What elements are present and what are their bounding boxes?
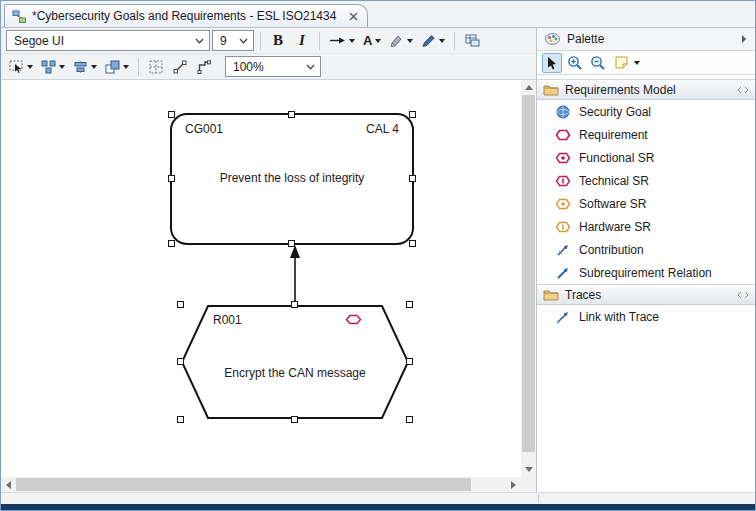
palette-item-functional-sr[interactable]: Functional SR (537, 146, 755, 169)
order-button[interactable] (102, 56, 132, 78)
scroll-down-icon[interactable] (521, 462, 536, 477)
selection-handle[interactable] (177, 416, 184, 423)
selection-handle[interactable] (406, 301, 413, 308)
grid-button[interactable] (145, 56, 167, 78)
selection-handle[interactable] (168, 175, 175, 182)
marquee-select-icon (9, 60, 24, 74)
subrequirement-relation-icon (554, 265, 571, 281)
selection-handle[interactable] (406, 416, 413, 423)
dropdown-icon (375, 39, 381, 43)
horizontal-scrollbar-thumb[interactable] (16, 478, 471, 491)
selection-handle[interactable] (168, 111, 175, 118)
arrow-style-button[interactable] (326, 30, 358, 52)
dropdown-icon (407, 39, 413, 43)
requirement-shape[interactable]: R001 Encrypt the CAN message (181, 305, 409, 419)
palette-item-software-sr[interactable]: Software SR (537, 192, 755, 215)
toolbar-separator (260, 32, 261, 50)
selection-handle[interactable] (288, 111, 295, 118)
selection-handle[interactable] (168, 240, 175, 247)
drawer-toggle-icon[interactable] (737, 291, 749, 299)
collapse-palette-icon[interactable] (741, 34, 747, 44)
oblique-router-button[interactable] (169, 56, 191, 78)
contribution-icon (554, 242, 571, 258)
selection-handle[interactable] (409, 175, 416, 182)
security-goal-shape[interactable]: CG001 CAL 4 Prevent the loss of integrit… (170, 113, 414, 245)
editor-tab[interactable]: *Cybersecurity Goals and Requirements - … (4, 4, 368, 27)
zoom-select[interactable]: 100% (225, 56, 321, 77)
vertical-scrollbar[interactable] (521, 80, 536, 477)
font-family-value: Segoe UI (14, 34, 64, 48)
diagram-canvas[interactable]: CG001 CAL 4 Prevent the loss of integrit… (1, 80, 536, 492)
note-tool[interactable] (611, 53, 631, 73)
selection-handle[interactable] (291, 301, 298, 308)
dropdown-icon[interactable] (634, 61, 640, 65)
drawer-toggle-icon[interactable] (737, 86, 749, 94)
status-bar (1, 492, 755, 504)
zoom-out-tool[interactable] (588, 53, 608, 73)
palette-item-contribution[interactable]: Contribution (537, 238, 755, 261)
font-size-value: 9 (220, 34, 227, 48)
selection-handle[interactable] (288, 240, 295, 247)
selection-handle[interactable] (409, 240, 416, 247)
selection-handle[interactable] (409, 111, 416, 118)
italic-label: I (299, 32, 305, 49)
functional-sr-icon (554, 150, 571, 166)
selection-handle[interactable] (177, 358, 184, 365)
marquee-select-button[interactable] (6, 56, 36, 78)
select-tool[interactable] (542, 53, 562, 73)
palette-toolbar (537, 51, 755, 75)
palette-item-hardware-sr[interactable]: Hardware SR (537, 215, 755, 238)
dropdown-icon (59, 65, 65, 69)
horizontal-scrollbar[interactable] (1, 477, 521, 492)
arrow-style-icon (329, 36, 346, 45)
palette-item-requirement[interactable]: Requirement (537, 123, 755, 146)
align-button[interactable] (70, 56, 100, 78)
scroll-up-icon[interactable] (521, 80, 536, 95)
fill-color-button[interactable] (386, 30, 416, 52)
scroll-right-icon[interactable] (506, 477, 521, 492)
zoom-out-icon (590, 55, 606, 71)
line-color-button[interactable] (418, 30, 448, 52)
bold-button[interactable]: B (267, 30, 289, 52)
font-family-select[interactable]: Segoe UI (6, 30, 210, 51)
palette-item-label: Subrequirement Relation (579, 266, 712, 280)
rectilinear-router-button[interactable] (193, 56, 215, 78)
palette-item-link-with-trace[interactable]: Link with Trace (537, 305, 755, 328)
italic-button[interactable]: I (291, 30, 313, 52)
grid-icon (149, 60, 163, 74)
security-goal-icon (554, 104, 571, 120)
palette-item-security-goal[interactable]: Security Goal (537, 100, 755, 123)
selection-handle[interactable] (406, 358, 413, 365)
drawer-traces[interactable]: Traces (537, 284, 755, 305)
palette-item-label: Contribution (579, 243, 644, 257)
zoom-in-tool[interactable] (565, 53, 585, 73)
font-size-select[interactable]: 9 (212, 30, 254, 51)
contribution-connection[interactable] (288, 245, 302, 306)
requirement-hexagon (181, 305, 409, 419)
palette-drawers: Requirements Model (537, 75, 755, 492)
copy-appearance-button[interactable] (461, 30, 483, 52)
status-divider (538, 494, 539, 503)
link-with-trace-icon (554, 309, 571, 325)
drawer-requirements-model[interactable]: Requirements Model (537, 79, 755, 100)
goal-cal-label: CAL 4 (366, 122, 399, 136)
palette-panel: Palette (537, 28, 755, 492)
drawer-label: Requirements Model (565, 83, 676, 97)
palette-item-technical-sr[interactable]: Technical SR (537, 169, 755, 192)
arrange-all-button[interactable] (38, 56, 68, 78)
selection-handle[interactable] (291, 416, 298, 423)
toolbar-separator (319, 32, 320, 50)
scroll-left-icon[interactable] (1, 477, 16, 492)
font-color-button[interactable]: A (360, 30, 384, 52)
close-icon[interactable] (349, 12, 358, 21)
oblique-router-icon (173, 60, 187, 74)
tab-title: *Cybersecurity Goals and Requirements - … (32, 9, 336, 23)
palette-item-subrequirement-relation[interactable]: Subrequirement Relation (537, 261, 755, 284)
order-icon (105, 60, 120, 74)
zoom-value: 100% (233, 60, 264, 74)
selection-handle[interactable] (177, 301, 184, 308)
software-sr-icon (554, 196, 571, 212)
vertical-scrollbar-thumb[interactable] (522, 95, 535, 452)
dropdown-icon (349, 39, 355, 43)
palette-header[interactable]: Palette (537, 28, 755, 51)
